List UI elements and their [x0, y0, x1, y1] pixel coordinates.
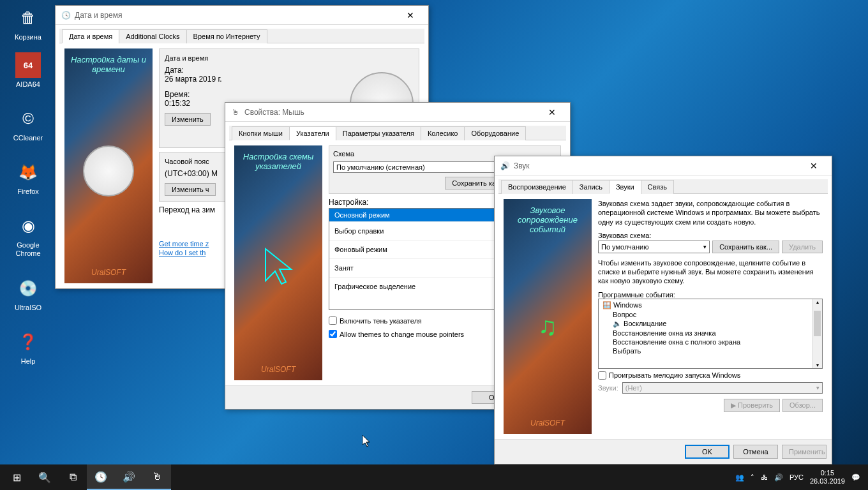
tree-item[interactable]: Выбрать: [600, 346, 821, 355]
notifications-icon[interactable]: 💬: [851, 473, 860, 482]
recycle-icon: 🗑: [15, 5, 41, 31]
tab-additional-clocks[interactable]: Additional Clocks: [119, 29, 186, 43]
ultraiso-icon: 💿: [15, 276, 41, 301]
startup-sound-checkbox[interactable]: Проигрывать мелодию запуска Windows: [598, 371, 823, 380]
desktop-icon-help[interactable]: ❓Help: [8, 329, 49, 366]
titlebar-datetime[interactable]: 🕓 Дата и время ✕: [56, 6, 428, 25]
start-button[interactable]: ⊞: [3, 464, 31, 490]
taskbar-app-mouse[interactable]: 🖱: [143, 464, 171, 490]
tree-root[interactable]: 🪟 Windows: [600, 301, 821, 310]
date-label: Дата:: [165, 66, 337, 75]
change-datetime-button[interactable]: Изменить: [165, 113, 211, 126]
tab-recording[interactable]: Запись: [572, 180, 610, 194]
shadow-checkbox[interactable]: Включить тень указателя: [329, 316, 422, 325]
help-icon: ❓: [15, 329, 41, 355]
ok-button[interactable]: OK: [685, 445, 730, 459]
cursor-illustration: [253, 236, 304, 300]
tree-item[interactable]: 🔈 Восклицание: [600, 319, 821, 329]
clock-illustration: [83, 145, 134, 197]
change-timezone-button[interactable]: Изменить ч: [165, 183, 216, 196]
tab-hardware[interactable]: Оборудование: [464, 126, 526, 140]
desktop-icon-ccleaner[interactable]: ©CCleaner: [8, 106, 49, 142]
window-sound: 🔊 Звук ✕ Воспроизведение Запись Звуки Св…: [494, 156, 832, 464]
close-button[interactable]: ✕: [398, 6, 423, 24]
sounds-dropdown: (Нет): [622, 382, 823, 394]
side-panel-image: Настройка схемы указателей UralSOFT: [234, 145, 322, 380]
delete-button: Удалить: [782, 241, 823, 253]
tab-pointer-options[interactable]: Параметры указателя: [336, 126, 421, 140]
tab-pointers[interactable]: Указатели: [289, 126, 336, 140]
aida64-icon: 64: [15, 52, 41, 78]
language-indicator[interactable]: РУС: [789, 473, 804, 481]
test-button: ▶ Проверить: [724, 399, 780, 412]
music-note-icon: ♫: [538, 312, 557, 341]
tabs-mouse: Кнопки мыши Указатели Параметры указател…: [229, 126, 566, 140]
cancel-button[interactable]: Отмена: [733, 445, 778, 459]
task-view-button[interactable]: ⧉: [59, 464, 87, 490]
tab-playback[interactable]: Воспроизведение: [501, 180, 573, 194]
taskbar-app-datetime[interactable]: 🕓: [87, 464, 115, 490]
tabs-datetime: Дата и время Additional Clocks Время по …: [59, 29, 424, 43]
tab-buttons[interactable]: Кнопки мыши: [232, 126, 290, 140]
side-panel-image: Настройка даты и времени UralSOFT: [64, 48, 153, 283]
close-button[interactable]: ✕: [801, 157, 827, 175]
window-title: Свойства: Мышь: [244, 108, 539, 117]
date-value: 26 марта 2019 г.: [165, 75, 337, 84]
side-panel-image: Звуковое сопровождение событий ♫ UralSOF…: [504, 199, 592, 434]
chrome-icon: ◉: [15, 213, 41, 239]
tree-item[interactable]: Вопрос: [600, 310, 821, 319]
sounds-label: Звуки:: [598, 384, 618, 392]
volume-icon[interactable]: 🔊: [774, 473, 783, 482]
clock-tray[interactable]: 0:15 26.03.2019: [810, 469, 845, 486]
events-tree[interactable]: 🪟 Windows Вопрос 🔈 Восклицание Восстанов…: [598, 299, 823, 369]
scheme-dropdown[interactable]: По умолчанию: [598, 241, 710, 253]
desktop-icon-ultraiso[interactable]: 💿UltraISO: [8, 276, 49, 312]
tab-communications[interactable]: Связь: [641, 180, 674, 194]
tree-item[interactable]: Восстановление окна из значка: [600, 329, 821, 338]
taskbar-app-sound[interactable]: 🔊: [115, 464, 143, 490]
dialog-buttons: OK Отмена Применить: [495, 439, 832, 464]
tab-wheel[interactable]: Колесико: [421, 126, 465, 140]
desktop-icon-chrome[interactable]: ◉Google Chrome: [8, 213, 49, 258]
scheme-label: Звуковая схема:: [598, 232, 823, 239]
desktop-icon-aida64[interactable]: 64AIDA64: [8, 52, 49, 89]
speaker-icon: 🔊: [500, 161, 510, 171]
tab-datetime[interactable]: Дата и время: [62, 29, 119, 43]
desktop-icon-recycle[interactable]: 🗑Корзина: [8, 5, 49, 41]
titlebar-mouse[interactable]: 🖱 Свойства: Мышь ✕: [225, 103, 570, 122]
tray-chevron-icon[interactable]: ˄: [751, 473, 754, 482]
tabs-sound: Воспроизведение Запись Звуки Связь: [498, 179, 828, 194]
browse-button: Обзор...: [782, 399, 823, 412]
desktop-icon-firefox[interactable]: 🦊Firefox: [8, 160, 49, 196]
events-description: Чтобы изменить звуковое сопровождение, щ…: [598, 258, 823, 286]
ccleaner-icon: ©: [15, 106, 41, 131]
titlebar-sound[interactable]: 🔊 Звук ✕: [495, 156, 832, 175]
window-title: Звук: [514, 161, 801, 170]
people-icon[interactable]: 👥: [735, 473, 744, 482]
network-icon[interactable]: 🖧: [761, 473, 768, 481]
window-title: Дата и время: [75, 11, 398, 20]
events-label: Программные события:: [598, 291, 823, 299]
cursor-icon: [363, 435, 371, 448]
close-button[interactable]: ✕: [539, 103, 565, 121]
tab-internet-time[interactable]: Время по Интернету: [186, 29, 267, 43]
scheme-description: Звуковая схема задает звуки, сопровождаю…: [598, 199, 823, 226]
clock-icon: 🕓: [61, 10, 71, 20]
scrollbar[interactable]: [812, 299, 822, 368]
apply-button: Применить: [782, 445, 827, 459]
search-button[interactable]: 🔍: [31, 464, 59, 490]
time-label: Время:: [165, 90, 337, 99]
firefox-icon: 🦊: [15, 160, 41, 185]
save-as-button[interactable]: Сохранить как...: [712, 241, 779, 253]
taskbar: ⊞ 🔍 ⧉ 🕓 🔊 🖱 👥 ˄ 🖧 🔊 РУС 0:15 26.03.2019 …: [0, 464, 868, 490]
mouse-icon: 🖱: [230, 107, 241, 117]
tab-sounds[interactable]: Звуки: [609, 180, 641, 194]
tree-item[interactable]: Восстановление окна с полного экрана: [600, 338, 821, 346]
